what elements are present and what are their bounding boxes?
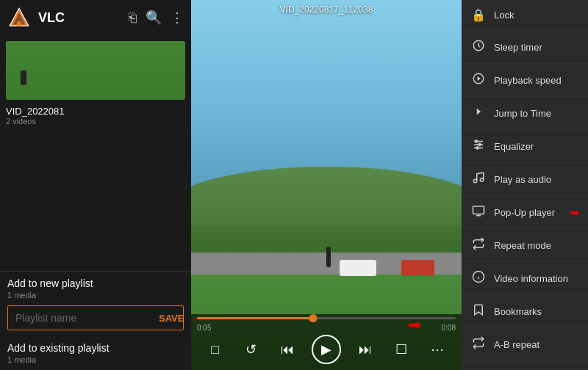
ab-repeat-icon (470, 336, 487, 352)
app-header: VLC ⎗ 🔍 ⋮ (0, 0, 191, 35)
add-playlist-title: Add to new playlist (7, 278, 184, 289)
playlist-input-row: SAVE (7, 305, 184, 330)
progress-bar[interactable] (197, 317, 456, 319)
menu-item-repeat-mode[interactable]: Repeat mode (462, 229, 588, 262)
menu-item-bookmarks[interactable]: Bookmarks (462, 295, 588, 328)
cast-icon[interactable]: ⎗ (129, 10, 137, 26)
menu-label-sleep-timer: Sleep timer (494, 42, 542, 53)
repeat-mode-icon (470, 237, 487, 253)
svg-point-12 (480, 178, 484, 182)
menu-item-video-information[interactable]: Video information (462, 262, 588, 295)
svg-point-8 (476, 140, 478, 142)
save-playlist-button[interactable]: SAVE (151, 307, 191, 330)
next-button[interactable]: ⏭ (354, 338, 377, 361)
add-new-playlist-section: Add to new playlist 1 media SAVE (0, 271, 191, 339)
app-title: VLC (38, 10, 121, 26)
menu-item-lock[interactable]: 🔒 Lock (462, 0, 588, 31)
hills-bg (191, 167, 462, 225)
playlist-name-input[interactable] (8, 306, 151, 330)
car1 (340, 260, 376, 276)
lock-icon: 🔒 (470, 8, 487, 22)
left-panel: VLC ⎗ 🔍 ⋮ VID_2022081 2 videos Add to ne… (0, 0, 191, 370)
video-information-icon (470, 270, 487, 286)
svg-rect-13 (473, 206, 484, 214)
vlc-logo (7, 6, 31, 29)
add-existing-sub: 1 media (7, 355, 184, 364)
sleep-timer-icon (470, 39, 487, 55)
menu-item-sleep-timer[interactable]: Sleep timer (462, 31, 588, 64)
menu-label-equalizer: Equalizer (494, 141, 534, 152)
menu-label-popup-player: Pop-Up player (494, 207, 555, 218)
menu-item-playback-speed[interactable]: Playback speed (462, 64, 588, 97)
menu-item-play-as-audio[interactable]: Play as audio (462, 163, 588, 196)
menu-label-lock: Lock (494, 10, 514, 21)
time-total: 0:08 (442, 324, 456, 332)
svg-point-11 (473, 179, 477, 183)
video-thumbnail-section (0, 35, 191, 103)
popup-player-icon (470, 204, 487, 220)
add-existing-title: Add to existing playlist (7, 342, 184, 354)
menu-label-bookmarks: Bookmarks (494, 306, 542, 317)
jump-to-time-icon (470, 105, 487, 121)
svg-point-9 (478, 144, 481, 146)
more-button[interactable]: ⋯ (426, 338, 449, 361)
equalizer-icon (470, 138, 487, 154)
context-menu: 🔒 Lock Sleep timer Playback speed Jump t… (462, 0, 588, 370)
svg-point-10 (476, 147, 478, 149)
menu-label-jump-to-time: Jump to Time (494, 108, 551, 119)
play-pause-button[interactable]: ▶ (312, 335, 341, 364)
car2 (401, 260, 434, 276)
rotate-button[interactable]: ↺ (240, 338, 263, 361)
add-playlist-sub: 1 media (7, 291, 184, 300)
play-as-audio-icon (470, 171, 487, 187)
search-icon[interactable]: 🔍 (146, 10, 162, 26)
time-labels: 0:05 0:08 (197, 324, 456, 332)
video-info: VID_2022081 2 videos (0, 103, 191, 128)
popup-arrow-icon: ➡ (570, 206, 579, 220)
time-current: 0:05 (197, 324, 211, 332)
prev-button[interactable]: ⏮ (276, 338, 299, 361)
header-icons: ⎗ 🔍 ⋮ (129, 10, 184, 26)
menu-item-save-playlist[interactable]: Save Playlist (462, 361, 588, 370)
svg-point-2 (17, 21, 21, 26)
video-title: VID_20220817_112038 (191, 0, 462, 19)
subtitle-button[interactable]: □ (204, 338, 227, 361)
video-player[interactable]: VID_20220817_112038 ➡ 0:05 0:08 □ ↺ ⏮ ▶ … (191, 0, 462, 370)
progress-fill (197, 317, 313, 319)
menu-item-popup-player[interactable]: Pop-Up player ➡ (462, 196, 588, 229)
video-count: 2 videos (6, 117, 185, 126)
video-thumbnail[interactable] (6, 41, 185, 100)
progress-dot (309, 314, 318, 322)
add-existing-playlist-section: Add to existing playlist 1 media (0, 339, 191, 370)
menu-label-playback-speed: Playback speed (494, 75, 562, 86)
bookmarks-icon (470, 303, 487, 319)
menu-item-jump-to-time[interactable]: Jump to Time (462, 97, 588, 130)
screen-button[interactable]: ☐ (390, 338, 413, 361)
menu-item-equalizer[interactable]: Equalizer (462, 130, 588, 163)
video-controls: 0:05 0:08 □ ↺ ⏮ ▶ ⏭ ☐ ⋯ (191, 314, 462, 370)
video-name: VID_2022081 (6, 106, 185, 117)
playback-speed-icon (470, 72, 487, 88)
menu-label-play-as-audio: Play as audio (494, 174, 551, 185)
more-icon[interactable]: ⋮ (171, 10, 184, 26)
menu-label-video-information: Video information (494, 273, 568, 284)
figure1 (326, 247, 331, 267)
menu-label-ab-repeat: A-B repeat (494, 339, 539, 350)
menu-item-ab-repeat[interactable]: A-B repeat (462, 328, 588, 361)
control-buttons: □ ↺ ⏮ ▶ ⏭ ☐ ⋯ (197, 335, 456, 364)
menu-label-repeat-mode: Repeat mode (494, 240, 551, 251)
